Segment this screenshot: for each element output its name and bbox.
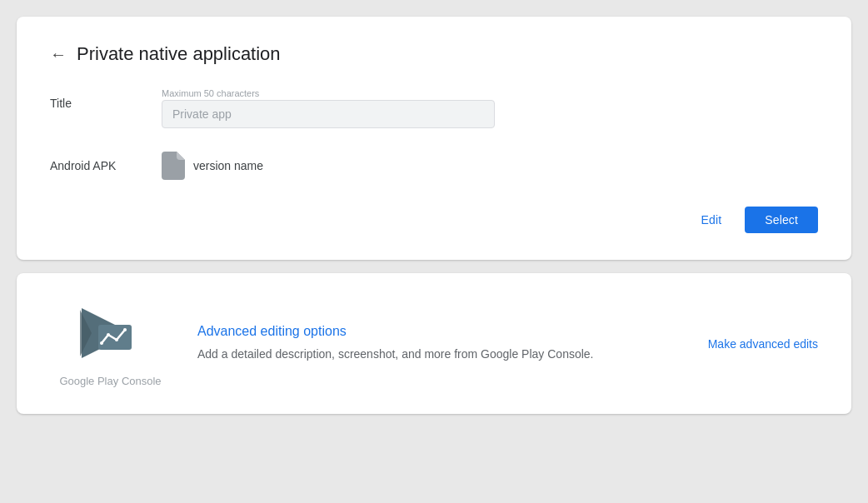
title-form-row: Title Maximum 50 characters xyxy=(50,88,818,128)
select-button[interactable]: Select xyxy=(745,207,818,233)
private-app-card: ← Private native application Title Maxim… xyxy=(17,17,851,260)
svg-rect-1 xyxy=(98,325,132,350)
card-header: ← Private native application xyxy=(50,43,818,65)
google-play-console-logo-area: Google Play Console xyxy=(50,300,171,387)
title-label: Title xyxy=(50,88,142,110)
title-input-hint: Maximum 50 characters xyxy=(162,88,495,98)
make-advanced-edits-button[interactable]: Make advanced edits xyxy=(708,331,818,357)
title-input[interactable] xyxy=(162,100,495,128)
svg-point-4 xyxy=(115,338,118,341)
svg-point-5 xyxy=(123,328,127,331)
card-actions: Edit Select xyxy=(50,207,818,233)
apk-form-row: Android APK version name xyxy=(50,152,818,180)
apk-label: Android APK xyxy=(50,159,142,172)
page-title: Private native application xyxy=(77,43,281,65)
back-icon[interactable]: ← xyxy=(50,46,67,62)
edit-button[interactable]: Edit xyxy=(691,207,732,233)
version-name: version name xyxy=(193,159,263,172)
svg-point-3 xyxy=(107,333,110,336)
google-play-console-icon xyxy=(73,300,148,366)
apk-file-display: version name xyxy=(162,152,263,180)
advanced-content: Advanced editing options Add a detailed … xyxy=(197,324,681,363)
title-input-wrapper: Maximum 50 characters xyxy=(162,88,495,128)
advanced-editing-title: Advanced editing options xyxy=(197,324,681,339)
svg-point-2 xyxy=(100,341,103,345)
file-icon xyxy=(162,152,185,180)
advanced-editing-description: Add a detailed description, screenshot, … xyxy=(197,346,681,363)
advanced-editing-card: Google Play Console Advanced editing opt… xyxy=(17,273,851,414)
google-play-console-label: Google Play Console xyxy=(59,375,161,387)
